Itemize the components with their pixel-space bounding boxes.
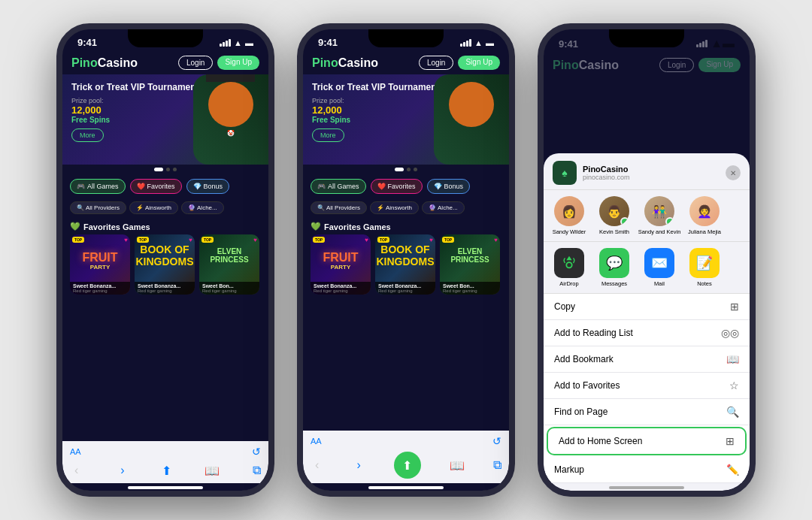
tab-favorites-1[interactable]: ❤️ Favorites — [130, 179, 182, 194]
airdrop-label: AirDrop — [559, 280, 578, 287]
tab-bonus-2[interactable]: 💎 Bonus — [427, 179, 471, 194]
action-find-on-page[interactable]: Find on Page 🔍 — [544, 399, 750, 425]
provider-alche-1[interactable]: 🔮 Alche... — [181, 201, 224, 214]
provider-search-2[interactable]: 🔍 All Providers — [311, 201, 367, 214]
app-mail[interactable]: ✉️ Mail — [637, 248, 682, 287]
add-home-icon: ⊞ — [726, 435, 735, 447]
game-card-1-2[interactable]: TOP ♥ BOOK OFKINGDOMS Sweet Bonanza... R… — [135, 234, 195, 295]
screen-3: 9:41 ▲▬ PinoCasino Login Sign Up — [544, 29, 750, 491]
app-header-1: PinoCasino Login Sign Up — [62, 51, 268, 74]
game-card-1-1[interactable]: TOP ♥ FRUITPARTY Sweet Bonanza... Red ti… — [70, 234, 130, 295]
provider-alche-2[interactable]: 🔮 Alche... — [422, 201, 465, 214]
contact-juliana[interactable]: 👩‍🦱 Juliana Mejia — [682, 196, 727, 235]
aa-text-2[interactable]: AA — [311, 437, 322, 446]
share-close-button[interactable]: ✕ — [726, 165, 741, 180]
login-button-1[interactable]: Login — [178, 56, 213, 70]
action-home-screen-label: Add to Home Screen — [559, 436, 642, 446]
forward-button-1[interactable]: › — [116, 462, 129, 479]
app-airdrop[interactable]: AirDrop — [547, 248, 592, 287]
login-button-2[interactable]: Login — [419, 56, 453, 70]
forward-button-2[interactable]: › — [352, 457, 365, 473]
back-button-2[interactable]: ‹ — [311, 457, 323, 473]
contacts-row: 👩 Sandy Wilder 👨 Kevin Smith 👫 — [544, 190, 750, 242]
game-card-2-1[interactable]: TOP ♥ FRUITPARTY Sweet Bonanza... Red ti… — [311, 234, 371, 295]
share-button-2[interactable]: ⬆ — [394, 452, 421, 479]
banner-dots-2 — [303, 165, 509, 174]
tab-all-games-1[interactable]: 🎮 All Games — [70, 179, 126, 194]
screen-1: 9:41 ▲ ▬ PinoCasino Login Sign Up Tr — [62, 29, 268, 491]
reload-icon-2[interactable]: ↺ — [492, 435, 501, 447]
banner-more-button-1[interactable]: More — [71, 128, 104, 142]
bookmark-icon: 📖 — [726, 353, 739, 365]
signup-button-2[interactable]: Sign Up — [458, 56, 500, 70]
action-copy[interactable]: Copy ⊞ — [544, 294, 750, 320]
banner-more-button-2[interactable]: More — [312, 128, 344, 142]
action-reading-list[interactable]: Add to Reading List ◎◎ — [544, 320, 750, 346]
action-markup[interactable]: Markup ✏️ — [544, 457, 750, 483]
contact-status-kevin — [620, 217, 629, 226]
contact-name-sandy: Sandy Wilder — [553, 228, 586, 235]
tab-favorites-2[interactable]: ❤️ Favorites — [371, 179, 423, 194]
find-icon: 🔍 — [726, 406, 739, 418]
app-notes[interactable]: 📝 Notes — [682, 248, 727, 287]
share-app-name: PinoCasino — [583, 165, 726, 174]
battery-icon-2: ▬ — [486, 38, 494, 47]
tabs-button-2[interactable]: ⧉ — [493, 458, 501, 472]
back-button-1[interactable]: ‹ — [70, 462, 83, 479]
avatar-sandy-wilder: 👩 — [554, 196, 584, 226]
mail-label: Mail — [654, 280, 665, 287]
bookmarks-button-2[interactable]: 📖 — [450, 458, 465, 473]
section-title-1: 💚 Favorites Games — [62, 217, 268, 234]
aa-text-1[interactable]: AA — [70, 447, 81, 456]
notes-label: Notes — [697, 280, 712, 287]
action-markup-label: Markup — [554, 464, 584, 475]
category-tabs-2: 🎮 All Games ❤️ Favorites 💎 Bonus — [303, 174, 509, 198]
banner-1: Trick or Treat VIP Tournament Prize pool… — [62, 74, 268, 165]
provider-ainsworth-2[interactable]: ⚡ Ainsworth — [370, 201, 419, 214]
game-card-1-3[interactable]: TOP ♥ ELVENPRINCESS Sweet Bon... Red tig… — [199, 234, 259, 295]
bookmarks-button-1[interactable]: 📖 — [205, 464, 220, 478]
game-card-2-3[interactable]: TOP ♥ ELVENPRINCESS Sweet Bon... Red tig… — [440, 234, 500, 295]
action-favorites-label: Add to Favorites — [554, 380, 620, 391]
game-card-2-2[interactable]: TOP ♥ BOOK OFKINGDOMS Sweet Bonanza... R… — [375, 234, 435, 295]
share-sheet: ♠ PinoCasino pinocasino.com ✕ 👩 Sandy Wi… — [544, 153, 750, 491]
banner-character-1: 🤡 — [193, 74, 268, 165]
wifi-icon-1: ▲ — [234, 38, 242, 47]
action-copy-label: Copy — [554, 301, 575, 312]
contact-status-sandy-kevin — [665, 217, 674, 226]
status-time-1: 9:41 — [77, 37, 97, 48]
messages-icon: 💬 — [599, 248, 629, 278]
address-row-2: AA ↺ — [311, 435, 501, 447]
banner-character-2 — [434, 74, 509, 165]
status-icons-1: ▲ ▬ — [220, 38, 253, 47]
action-favorites[interactable]: Add to Favorites ☆ — [544, 373, 750, 399]
action-find-label: Find on Page — [554, 407, 607, 417]
tab-bonus-1[interactable]: 💎 Bonus — [186, 179, 230, 194]
nav-row-2: ‹ › ⬆ 📖 ⧉ — [311, 452, 501, 479]
battery-icon-1: ▬ — [245, 38, 253, 47]
action-add-home-screen[interactable]: Add to Home Screen ⊞ — [547, 427, 747, 455]
tab-all-games-2[interactable]: 🎮 All Games — [311, 179, 366, 194]
app-header-2: PinoCasino Login Sign Up — [303, 51, 509, 74]
signup-button-1[interactable]: Sign Up — [217, 56, 259, 70]
nav-row-1: ‹ › ⬆ 📖 ⧉ — [70, 462, 261, 479]
contact-sandy-wilder[interactable]: 👩 Sandy Wilder — [547, 196, 592, 235]
app-messages[interactable]: 💬 Messages — [592, 248, 637, 287]
share-button-1[interactable]: ⬆ — [162, 464, 171, 478]
share-app-icon: ♠ — [553, 161, 577, 185]
screen-2: 9:41 ▲ ▬ PinoCasino Login Sign Up Trick … — [303, 29, 509, 491]
contact-kevin-smith[interactable]: 👨 Kevin Smith — [592, 196, 637, 235]
header-buttons-1: Login Sign Up — [178, 56, 259, 70]
header-buttons-2: Login Sign Up — [419, 56, 500, 70]
providers-row-2: 🔍 All Providers ⚡ Ainsworth 🔮 Alche... — [303, 198, 509, 217]
tabs-button-1[interactable]: ⧉ — [253, 464, 261, 477]
reload-icon-1[interactable]: ↺ — [252, 446, 261, 458]
contact-sandy-kevin[interactable]: 👫 Sandy and Kevin — [637, 196, 682, 235]
category-tabs-1: 🎮 All Games ❤️ Favorites 💎 Bonus — [62, 174, 268, 198]
provider-search-1[interactable]: 🔍 All Providers — [70, 201, 126, 214]
action-bookmark[interactable]: Add Bookmark 📖 — [544, 346, 750, 373]
share-app-url: pinocasino.com — [583, 174, 726, 181]
section-title-2: 💚 Favorites Games — [303, 217, 509, 234]
provider-ainsworth-1[interactable]: ⚡ Ainsworth — [129, 201, 178, 214]
action-list: Copy ⊞ Add to Reading List ◎◎ Add Bookma… — [544, 294, 750, 483]
